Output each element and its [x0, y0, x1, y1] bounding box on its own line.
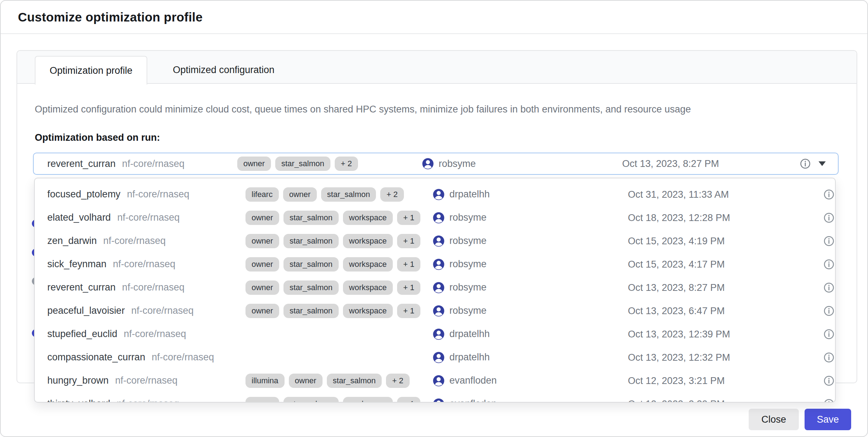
- run-option-row[interactable]: sick_feynman nf-core/rnaseq ownerstar_sa…: [35, 253, 835, 276]
- run-names: zen_darwin nf-core/rnaseq: [47, 229, 166, 253]
- run-tags: ownerstar_salmonworkspace+ 1: [245, 397, 420, 403]
- run-user: drpatelhh: [433, 188, 490, 201]
- run-pipeline: nf-core/rnaseq: [117, 212, 180, 223]
- tab-optimized-configuration[interactable]: Optimized configuration: [152, 56, 295, 84]
- run-user: evanfloden: [433, 398, 497, 403]
- save-button[interactable]: Save: [805, 409, 851, 430]
- user-avatar-icon: [433, 258, 445, 270]
- run-name: stupefied_euclid: [47, 328, 117, 340]
- user-avatar-icon: [422, 158, 434, 170]
- selected-run-tags: ownerstar_salmon+ 2: [237, 157, 358, 171]
- run-date: Oct 15, 2023, 4:17 PM: [628, 259, 725, 270]
- run-pipeline: nf-core/rnaseq: [113, 259, 175, 270]
- run-tag: workspace: [343, 280, 393, 295]
- info-icon[interactable]: [824, 352, 834, 363]
- run-user: evanfloden: [433, 375, 497, 387]
- run-name: elated_volhard: [47, 212, 111, 223]
- run-names: stupefied_euclid nf-core/rnaseq: [47, 322, 186, 346]
- run-option-row[interactable]: peaceful_lavoisier nf-core/rnaseq owners…: [35, 299, 835, 322]
- info-icon[interactable]: [824, 375, 834, 386]
- run-tags: ownerstar_salmonworkspace+ 1: [245, 234, 420, 248]
- run-username: evanfloden: [449, 398, 497, 403]
- close-button[interactable]: Close: [749, 409, 799, 430]
- run-user: robsyme: [433, 305, 487, 317]
- run-name: zen_darwin: [47, 235, 97, 246]
- run-option-row[interactable]: thirsty_volhard nf-core/rnaseq ownerstar…: [35, 392, 835, 403]
- selected-run-pipeline: nf-core/rnaseq: [122, 158, 185, 169]
- run-option-row[interactable]: zen_darwin nf-core/rnaseq ownerstar_salm…: [35, 229, 835, 253]
- run-option-row[interactable]: stupefied_euclid nf-core/rnaseq drpatelh…: [35, 322, 835, 346]
- run-user: robsyme: [433, 235, 487, 247]
- run-pipeline: nf-core/rnaseq: [117, 398, 179, 403]
- run-date: Oct 15, 2023, 4:19 PM: [628, 235, 725, 246]
- run-dropdown-list: focused_ptolemy nf-core/rnaseq lifearcow…: [34, 178, 836, 403]
- run-tag: star_salmon: [283, 304, 339, 318]
- info-icon[interactable]: [824, 329, 834, 340]
- run-username: drpatelhh: [449, 352, 490, 363]
- run-user: drpatelhh: [433, 328, 490, 340]
- user-avatar-icon: [433, 398, 445, 403]
- run-tags: ownerstar_salmonworkspace+ 1: [245, 304, 420, 318]
- modal-header: Customize optimization profile: [1, 1, 867, 34]
- selected-run-names: reverent_curran nf-core/rnaseq: [47, 153, 185, 174]
- run-option-row[interactable]: compassionate_curran nf-core/rnaseq drpa…: [35, 346, 835, 369]
- run-user: robsyme: [433, 258, 487, 270]
- info-icon[interactable]: [824, 259, 834, 270]
- run-tag: + 1: [397, 397, 420, 403]
- run-option-row[interactable]: elated_volhard nf-core/rnaseq ownerstar_…: [35, 206, 835, 229]
- run-tag: illumina: [245, 374, 285, 388]
- run-tag: + 1: [397, 257, 420, 272]
- run-pipeline: nf-core/rnaseq: [127, 189, 189, 200]
- info-icon[interactable]: [800, 158, 811, 169]
- selected-run-name: reverent_curran: [47, 158, 116, 169]
- run-tag: star_salmon: [283, 280, 339, 295]
- run-tag: workspace: [343, 211, 393, 225]
- run-date: Oct 13, 2023, 12:39 PM: [628, 328, 730, 340]
- info-icon[interactable]: [824, 189, 834, 200]
- run-pipeline: nf-core/rnaseq: [115, 375, 177, 386]
- run-user: drpatelhh: [433, 351, 490, 364]
- info-icon[interactable]: [824, 212, 834, 223]
- user-avatar-icon: [433, 328, 445, 340]
- run-name: compassionate_curran: [47, 352, 145, 363]
- run-tag: + 2: [335, 157, 358, 171]
- run-names: compassionate_curran nf-core/rnaseq: [47, 346, 214, 369]
- run-tag: + 1: [397, 280, 420, 295]
- run-tag: + 2: [386, 374, 409, 388]
- selected-run-date: Oct 13, 2023, 8:27 PM: [622, 158, 719, 169]
- user-avatar-icon: [433, 305, 445, 317]
- run-names: hungry_brown nf-core/rnaseq: [47, 369, 177, 392]
- user-avatar-icon: [433, 282, 445, 294]
- run-tag: owner: [283, 187, 317, 202]
- info-icon[interactable]: [824, 306, 834, 316]
- run-tag: owner: [245, 397, 279, 403]
- run-select[interactable]: reverent_curran nf-core/rnaseq ownerstar…: [33, 153, 839, 175]
- info-icon[interactable]: [824, 399, 834, 403]
- user-avatar-icon: [433, 235, 445, 247]
- run-tags: ownerstar_salmonworkspace+ 1: [245, 280, 420, 295]
- run-name: peaceful_lavoisier: [47, 305, 125, 316]
- run-user: robsyme: [433, 212, 487, 224]
- run-option-row[interactable]: reverent_curran nf-core/rnaseq ownerstar…: [35, 276, 835, 299]
- run-select-label: Optimization based on run:: [35, 132, 160, 143]
- customize-optimization-profile-modal: Customize optimization profile Optimizat…: [0, 0, 868, 437]
- run-tag: owner: [237, 157, 271, 171]
- selected-run-username: robsyme: [439, 158, 476, 169]
- run-tag: star_salmon: [283, 211, 339, 225]
- run-pipeline: nf-core/rnaseq: [122, 282, 185, 293]
- run-username: robsyme: [449, 282, 487, 293]
- run-username: evanfloden: [449, 375, 497, 386]
- info-icon[interactable]: [824, 282, 834, 293]
- run-name: thirsty_volhard: [47, 398, 110, 403]
- tab-optimization-profile[interactable]: Optimization profile: [35, 56, 147, 85]
- run-tag: star_salmon: [283, 234, 339, 248]
- run-names: thirsty_volhard nf-core/rnaseq: [47, 392, 179, 403]
- run-option-row[interactable]: hungry_brown nf-core/rnaseq illuminaowne…: [35, 369, 835, 392]
- user-avatar-icon: [433, 375, 445, 387]
- info-icon[interactable]: [824, 236, 834, 246]
- run-option-row[interactable]: focused_ptolemy nf-core/rnaseq lifearcow…: [35, 183, 835, 206]
- run-date: Oct 18, 2023, 12:28 PM: [628, 212, 730, 223]
- run-tag: + 2: [380, 187, 404, 202]
- chevron-down-icon[interactable]: [819, 162, 826, 166]
- run-pipeline: nf-core/rnaseq: [131, 305, 194, 316]
